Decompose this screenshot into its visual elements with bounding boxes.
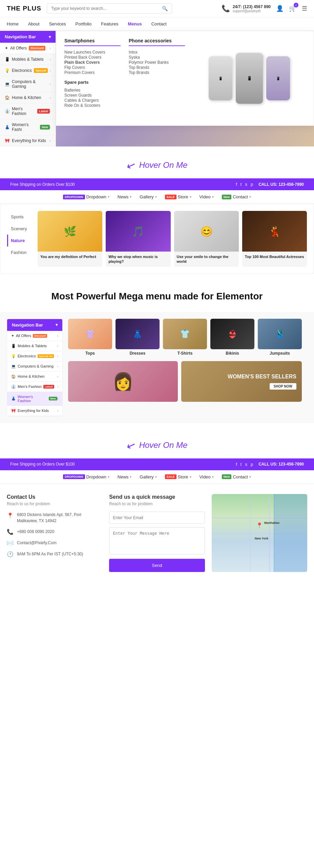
product-dresses[interactable]: 👗 Dresses bbox=[116, 319, 160, 356]
contact-phone-icon: 📞 bbox=[7, 529, 14, 535]
sidebar-item-mens[interactable]: 👔 Men's Fashion Latest › bbox=[0, 103, 56, 119]
mega-item[interactable]: Cables & Chargers bbox=[64, 98, 121, 103]
s2-chevron-1: › bbox=[57, 334, 58, 338]
hover-section-2: ↙ Hover On Me bbox=[0, 427, 314, 458]
sec-nav-news[interactable]: News ▾ bbox=[118, 194, 132, 199]
mega-item[interactable]: Ride On & Scooters bbox=[64, 103, 121, 108]
mega-item[interactable]: Top Brands bbox=[129, 70, 185, 75]
cat-fashion[interactable]: Fashion bbox=[7, 246, 34, 258]
mega-item[interactable]: Syska bbox=[129, 55, 185, 60]
cat-sports[interactable]: Sports bbox=[7, 211, 34, 223]
sec-nav-gallery[interactable]: Gallery ▾ bbox=[140, 194, 156, 199]
sec-nav-store[interactable]: SALE Store ▾ bbox=[165, 194, 191, 199]
kids-icon: 🎀 bbox=[5, 138, 10, 143]
mega-item[interactable]: Screen Guards bbox=[64, 93, 121, 98]
cat-nature[interactable]: Nature bbox=[7, 235, 34, 246]
s2-item-electronics[interactable]: 💡 Electronics Special Ad › bbox=[7, 351, 62, 361]
mega-item[interactable]: Plain Back Covers bbox=[64, 60, 121, 65]
sidebar-item-electronics[interactable]: 💡 Electronics Special › bbox=[0, 65, 56, 76]
mega-item[interactable]: New Launches Covers bbox=[64, 50, 121, 55]
mega-item[interactable]: Polymor Power Banks bbox=[129, 60, 185, 65]
sidebar-label-kids: Everything for Kids bbox=[12, 138, 46, 143]
sidebar-label-electronics: Electronics bbox=[12, 68, 32, 73]
s2-item-womens[interactable]: 👗 Women's Fashion New › bbox=[7, 392, 62, 406]
footer-nav-store[interactable]: SALE Store ▾ bbox=[165, 474, 191, 479]
all-offers-badge: Discount bbox=[29, 46, 45, 51]
footer-nav-gallery[interactable]: Gallery ▾ bbox=[140, 474, 156, 479]
contact-address-item: 📍 6803 Dickens Islands Apt. 567, Port Ma… bbox=[7, 512, 102, 524]
nav-about[interactable]: About bbox=[28, 17, 40, 31]
sidebar-item-kids[interactable]: 🎀 Everything for Kids › bbox=[0, 135, 56, 146]
sidebar-item-all-offers[interactable]: ✦ All Offers Discount › bbox=[0, 43, 56, 54]
mega-item[interactable]: Flip Covers bbox=[64, 65, 121, 70]
send-button[interactable]: Send bbox=[109, 559, 205, 572]
nav-menus[interactable]: Menus bbox=[128, 17, 142, 31]
mega-col-smartphones: Smartphones New Launches Covers Printed … bbox=[64, 38, 121, 119]
s2-item-kids[interactable]: 🎀 Everything for Kids › bbox=[7, 406, 62, 416]
sec-nav-video[interactable]: Video ▾ bbox=[200, 194, 214, 199]
product-tshirts[interactable]: 👕 T-Shirts bbox=[163, 319, 207, 356]
footer-dropdown-chevron: ▾ bbox=[108, 475, 109, 479]
s2-item-mobiles[interactable]: 📱 Mobiles & Tablets › bbox=[7, 341, 62, 351]
twitter-icon[interactable]: t bbox=[240, 182, 242, 187]
sec-nav-dropdown[interactable]: DROPDOWN Dropdown ▾ bbox=[63, 194, 109, 199]
chevron-down-icon: ▾ bbox=[49, 35, 51, 39]
footer-nav-news[interactable]: News ▾ bbox=[118, 474, 132, 479]
search-icon[interactable]: 🔍 bbox=[162, 6, 168, 11]
s2-item-home[interactable]: 🏠 Home & Kitchen › bbox=[7, 372, 62, 382]
nav-contact[interactable]: Contact bbox=[151, 17, 167, 31]
footer-nav-dropdown[interactable]: DROPDOWN Dropdown ▾ bbox=[63, 474, 109, 479]
sec-nav-contact[interactable]: New Contact ▾ bbox=[222, 194, 251, 199]
gallery-card-3[interactable]: 😊 Use your smile to change the world bbox=[174, 211, 239, 267]
products-grid: 👚 Tops 👗 Dresses 👕 T-Shirts 👙 Bikinis 🩱 … bbox=[68, 319, 302, 356]
sidebar-item-home[interactable]: 🏠 Home & Kitchen › bbox=[0, 92, 56, 103]
sidebar-item-mobiles[interactable]: 📱 Mobiles & Tablets › bbox=[0, 54, 56, 65]
product-jumpsuits[interactable]: 🩱 Jumpsuits bbox=[258, 319, 302, 356]
twitter-icon-2[interactable]: t bbox=[240, 462, 242, 467]
nav-home[interactable]: Home bbox=[7, 17, 19, 31]
s2-item-computers[interactable]: 💻 Computers & Gaming › bbox=[7, 361, 62, 372]
cart-icon[interactable]: 🛒0 bbox=[289, 5, 296, 12]
contact-hours-icon: 🕐 bbox=[7, 551, 14, 557]
email-field[interactable] bbox=[109, 512, 205, 524]
facebook-icon-2[interactable]: f bbox=[236, 462, 237, 467]
form-title: Send us a quick message bbox=[109, 494, 205, 500]
contact-email-item: ✉️ Contact@Pixiefy.Com bbox=[7, 540, 102, 546]
footer-nav-contact[interactable]: New Contact ▾ bbox=[222, 474, 251, 479]
user-icon[interactable]: 👤 bbox=[276, 5, 284, 12]
gallery-card-1[interactable]: 🌿 You are my definition of Perfect bbox=[38, 211, 102, 267]
mega-item[interactable]: Intox bbox=[129, 50, 185, 55]
gallery-card-2[interactable]: 🎵 Why we stop when music is playing? bbox=[106, 211, 170, 267]
message-field[interactable] bbox=[109, 527, 205, 554]
nav-services[interactable]: Services bbox=[49, 17, 66, 31]
gallery-card-4[interactable]: 💃 Top 100 Most Beautiful Actresses bbox=[242, 211, 307, 267]
mega-item[interactable]: Printed Back Covers bbox=[64, 55, 121, 60]
search-input[interactable] bbox=[51, 6, 162, 11]
s2-item-offers[interactable]: ✦ All Offers Discount › bbox=[7, 331, 62, 341]
mega-item[interactable]: Batteries bbox=[64, 87, 121, 93]
nav-features[interactable]: Features bbox=[101, 17, 118, 31]
main-title: Most Powerful Mega menu made for Element… bbox=[7, 291, 307, 302]
footer-nav-video[interactable]: Video ▾ bbox=[200, 474, 214, 479]
cat-scenery[interactable]: Scenery bbox=[7, 223, 34, 235]
sidebar-item-computers[interactable]: 💻 Computers & Gaming › bbox=[0, 76, 56, 92]
skype-icon-2[interactable]: s bbox=[245, 462, 247, 467]
shop-now-button[interactable]: SHOP NOW bbox=[270, 383, 296, 390]
second-sidebar-header[interactable]: Navigation Bar ▾ bbox=[7, 319, 62, 331]
product-bikinis[interactable]: 👙 Bikinis bbox=[210, 319, 254, 356]
nav-portfolio[interactable]: Portfolio bbox=[76, 17, 92, 31]
facebook-icon[interactable]: f bbox=[236, 182, 237, 187]
sidebar-header[interactable]: Navigation Bar ▾ bbox=[0, 31, 56, 43]
pinterest-icon-2[interactable]: p bbox=[251, 462, 253, 467]
mega-item[interactable]: Premium Covers bbox=[64, 70, 121, 75]
skype-icon[interactable]: s bbox=[245, 182, 247, 187]
gallery-caption-1: You are my definition of Perfect bbox=[38, 252, 102, 262]
product-tops[interactable]: 👚 Tops bbox=[68, 319, 112, 356]
s2-item-mens[interactable]: 👔 Men's Fashion Latest › bbox=[7, 382, 62, 392]
sidebar-item-womens[interactable]: 👗 Women's Fashi New › bbox=[0, 119, 56, 135]
mega-item[interactable]: Top Brands bbox=[129, 65, 185, 70]
s2-chevron-7: › bbox=[57, 397, 58, 400]
menu-icon[interactable]: ☰ bbox=[302, 5, 307, 12]
pinterest-icon[interactable]: p bbox=[251, 182, 253, 187]
s2-offers-badge: Discount bbox=[33, 334, 47, 338]
